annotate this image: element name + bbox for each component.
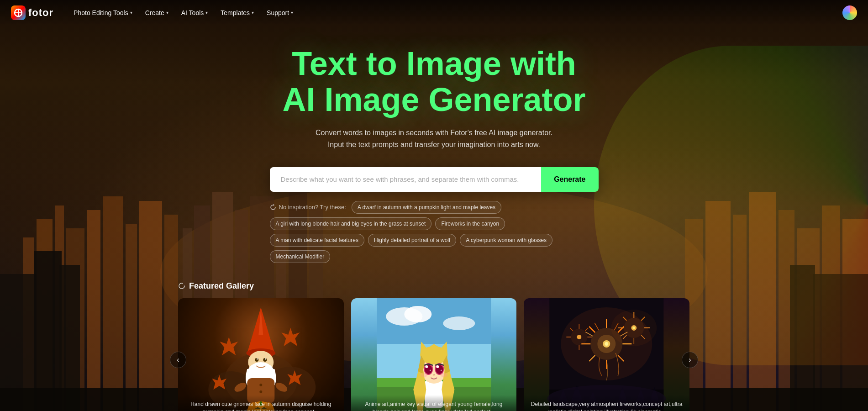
gallery-carousel: Hand drawn cute gnomes face in autumn di… bbox=[178, 298, 690, 411]
gallery-card-2[interactable]: Detailed landscape,very atmospheri firew… bbox=[524, 298, 689, 411]
gallery-icon bbox=[178, 282, 185, 290]
svg-point-46 bbox=[265, 358, 266, 359]
svg-point-79 bbox=[425, 365, 428, 368]
nav-items: Photo Editing Tools ▾ Create ▾ AI Tools … bbox=[68, 6, 842, 19]
hero-subtitle: Convert words to images in seconds with … bbox=[316, 127, 553, 150]
card-gnome-bg bbox=[178, 298, 344, 411]
gallery-header: Featured Gallery bbox=[178, 281, 690, 291]
chevron-down-icon: ▾ bbox=[205, 10, 208, 15]
gallery-title: Featured Gallery bbox=[189, 281, 254, 291]
svg-point-65 bbox=[404, 306, 431, 322]
svg-point-129 bbox=[611, 310, 657, 346]
gallery-card-1[interactable]: Anime art,anime key visual of elegant yo… bbox=[351, 298, 517, 411]
hero-section: fotor Photo Editing Tools ▾ Create ▾ AI … bbox=[0, 0, 868, 411]
svg-point-81 bbox=[429, 369, 431, 371]
generate-button[interactable]: Generate bbox=[541, 167, 598, 192]
nav-templates[interactable]: Templates ▾ bbox=[215, 6, 259, 19]
card-fireworks-bg bbox=[524, 298, 689, 411]
logo-icon bbox=[11, 5, 26, 20]
svg-point-50 bbox=[259, 384, 262, 386]
nav-photo-editing[interactable]: Photo Editing Tools ▾ bbox=[68, 6, 138, 19]
svg-point-84 bbox=[440, 373, 447, 377]
inspiration-row: No inspiration? Try these: A dwarf in au… bbox=[270, 201, 599, 263]
nav-right bbox=[842, 5, 857, 20]
gallery-card-0[interactable]: Hand drawn cute gnomes face in autumn di… bbox=[178, 298, 344, 411]
search-bar: Generate bbox=[270, 167, 599, 192]
gallery-section: Featured Gallery ‹ bbox=[0, 281, 868, 411]
card-caption-0: Hand drawn cute gnomes face in autumn di… bbox=[178, 395, 344, 411]
search-input[interactable] bbox=[270, 167, 542, 192]
suggestion-chip-6[interactable]: Mechanical Modifier bbox=[270, 250, 331, 263]
card-caption-2: Detailed landscape,very atmospheri firew… bbox=[524, 395, 689, 411]
card-anime-bg bbox=[351, 298, 517, 411]
card-caption-1: Anime art,anime key visual of elegant yo… bbox=[351, 395, 517, 411]
svg-point-45 bbox=[257, 358, 258, 359]
suggestion-chip-3[interactable]: A man with delicate facial features bbox=[270, 234, 364, 247]
gallery-carousel-wrapper: ‹ bbox=[178, 298, 690, 411]
svg-point-66 bbox=[443, 316, 475, 330]
chevron-down-icon: ▾ bbox=[130, 10, 132, 15]
chevron-down-icon: ▾ bbox=[252, 10, 254, 15]
navbar: fotor Photo Editing Tools ▾ Create ▾ AI … bbox=[0, 0, 868, 25]
chevron-down-icon: ▾ bbox=[291, 10, 293, 15]
nav-ai-tools[interactable]: AI Tools ▾ bbox=[176, 6, 214, 19]
svg-point-83 bbox=[420, 373, 427, 377]
hero-title: Text to Image with AI Image Generator bbox=[282, 46, 585, 118]
suggestion-chip-0[interactable]: A dwarf in autumn with a pumpkin light a… bbox=[352, 201, 501, 214]
svg-point-51 bbox=[259, 390, 262, 393]
hero-content: Text to Image with AI Image Generator Co… bbox=[0, 0, 868, 411]
inspiration-label: No inspiration? Try these: bbox=[270, 204, 346, 211]
refresh-icon bbox=[270, 204, 276, 211]
carousel-prev-button[interactable]: ‹ bbox=[170, 352, 186, 368]
chevron-down-icon: ▾ bbox=[166, 10, 168, 15]
nav-support[interactable]: Support ▾ bbox=[261, 6, 299, 19]
svg-point-82 bbox=[440, 369, 442, 371]
carousel-next-button[interactable]: › bbox=[682, 352, 698, 368]
suggestion-chip-1[interactable]: A girl with long blonde hair and big eye… bbox=[270, 217, 432, 230]
logo[interactable]: fotor bbox=[11, 5, 53, 20]
suggestion-chip-2[interactable]: Fireworks in the canyon bbox=[435, 217, 505, 230]
suggestion-chip-4[interactable]: Highly detailed portrait of a wolf bbox=[368, 234, 456, 247]
logo-text: fotor bbox=[28, 7, 53, 19]
suggestion-chip-5[interactable]: A cyberpunk woman with glasses bbox=[460, 234, 552, 247]
nav-create[interactable]: Create ▾ bbox=[140, 6, 174, 19]
avatar[interactable] bbox=[842, 5, 857, 20]
svg-point-80 bbox=[436, 365, 439, 368]
